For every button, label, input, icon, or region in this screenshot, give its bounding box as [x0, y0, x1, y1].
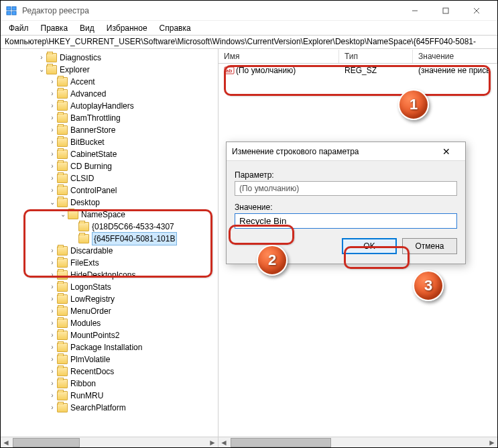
expand-icon[interactable]: › — [48, 257, 57, 269]
expand-icon[interactable]: › — [48, 124, 57, 136]
tree-item[interactable]: › LogonStats — [48, 281, 218, 293]
tree-pane[interactable]: › Diagnostics ⌄ Explorer › Accent › Adva… — [1, 49, 219, 447]
expand-icon[interactable]: › — [48, 390, 57, 402]
folder-icon — [57, 331, 68, 340]
dialog-titlebar[interactable]: Изменение строкового параметра ✕ — [227, 142, 465, 161]
tree-item[interactable]: › MountPoints2 — [48, 329, 218, 341]
scroll-right-icon[interactable]: ► — [207, 437, 218, 448]
expand-icon[interactable]: › — [48, 378, 57, 390]
scroll-left-icon[interactable]: ◄ — [219, 437, 229, 448]
expand-icon[interactable]: › — [48, 172, 57, 184]
scroll-right-icon[interactable]: ► — [487, 437, 497, 448]
expand-icon[interactable]: › — [48, 317, 57, 329]
expand-icon[interactable]: › — [48, 184, 57, 197]
menu-view[interactable]: Вид — [74, 22, 100, 34]
expand-icon[interactable]: › — [48, 329, 57, 341]
expand-icon[interactable]: › — [48, 160, 57, 172]
folder-icon — [46, 53, 57, 62]
tree-item[interactable]: › CD Burning — [48, 160, 218, 172]
tree-item-selected[interactable]: {645FF040-5081-101B — [69, 233, 218, 245]
expand-icon[interactable]: › — [48, 76, 57, 88]
value-input[interactable] — [235, 213, 457, 229]
tree-item[interactable]: › Modules — [48, 317, 218, 329]
expand-icon[interactable]: › — [48, 293, 57, 305]
svg-rect-1 — [12, 7, 16, 10]
tree-item-namespace[interactable]: ⌄ NameSpace — [58, 209, 218, 221]
expand-icon[interactable]: ⌄ — [37, 64, 46, 76]
tree-label: MenuOrder — [70, 305, 111, 317]
col-value[interactable]: Значение — [413, 50, 497, 63]
tree-item[interactable]: › BamThrottling — [48, 112, 218, 124]
tree-item[interactable]: › CLSID — [48, 172, 218, 184]
expand-icon[interactable]: › — [48, 402, 57, 414]
expand-icon[interactable]: › — [48, 269, 57, 281]
tree-item[interactable]: › Ribbon — [48, 378, 218, 390]
path-bar[interactable]: Компьютер\HKEY_CURRENT_USER\Software\Mic… — [1, 36, 497, 49]
expand-icon[interactable]: › — [48, 88, 57, 100]
col-type[interactable]: Тип — [339, 50, 413, 63]
col-name[interactable]: Имя — [219, 50, 339, 63]
expand-icon[interactable]: › — [48, 148, 57, 160]
list-scrollbar-h[interactable]: ◄ ► — [219, 437, 497, 447]
scroll-thumb[interactable] — [13, 438, 80, 447]
expand-icon[interactable]: › — [37, 52, 46, 64]
menu-file[interactable]: Файл — [3, 22, 34, 34]
tree-item[interactable]: › HideDesktopIcons — [48, 269, 218, 281]
maximize-button[interactable] — [430, 1, 461, 21]
regedit-icon — [6, 5, 17, 16]
expand-icon[interactable]: ⌄ — [48, 197, 57, 209]
tree-item[interactable]: › Advanced — [48, 88, 218, 100]
tree-item[interactable]: › MenuOrder — [48, 305, 218, 317]
tree-item[interactable]: › AutoplayHandlers — [48, 100, 218, 112]
ok-button[interactable]: OK — [342, 238, 397, 254]
tree-label: Discardable — [70, 245, 113, 257]
close-button[interactable] — [461, 1, 492, 21]
cancel-button[interactable]: Отмена — [402, 238, 457, 254]
tree-item[interactable]: › BannerStore — [48, 124, 218, 136]
tree-label: AutoplayHandlers — [70, 100, 134, 112]
folder-icon — [57, 403, 68, 412]
scroll-left-icon[interactable]: ◄ — [1, 437, 11, 448]
dialog-close-button[interactable]: ✕ — [433, 146, 460, 157]
folder-icon — [57, 174, 68, 183]
list-row[interactable]: ab (По умолчанию) REG_SZ (значение не пр… — [219, 64, 497, 77]
window-title: Редактор реестра — [22, 6, 89, 15]
tree-item[interactable]: › FileExts — [48, 257, 218, 269]
tree-item[interactable]: › Diagnostics — [37, 52, 218, 64]
tree-item[interactable]: › CabinetState — [48, 148, 218, 160]
tree-item-desktop[interactable]: ⌄ Desktop — [48, 197, 218, 209]
expand-icon[interactable]: › — [48, 281, 57, 293]
expand-icon[interactable]: › — [48, 366, 57, 378]
scroll-thumb[interactable] — [231, 438, 331, 447]
expand-icon[interactable]: ⌄ — [58, 209, 68, 221]
param-field: (По умолчанию) — [235, 181, 457, 196]
expand-icon[interactable]: › — [48, 136, 57, 148]
value-label: Значение: — [235, 203, 457, 212]
tree-item[interactable]: › SearchPlatform — [48, 402, 218, 414]
expand-icon[interactable]: › — [48, 341, 57, 353]
expand-icon[interactable]: › — [48, 353, 57, 366]
tree-item[interactable]: › Discardable — [48, 245, 218, 257]
tree-label: BitBucket — [70, 136, 105, 148]
tree-item[interactable]: › Accent — [48, 76, 218, 88]
minimize-button[interactable] — [399, 1, 430, 21]
list-header[interactable]: Имя Тип Значение — [219, 49, 497, 64]
tree-item[interactable]: › PlmVolatile — [48, 353, 218, 366]
tree-item[interactable]: › LowRegistry — [48, 293, 218, 305]
expand-icon[interactable]: › — [48, 305, 57, 317]
menu-edit[interactable]: Правка — [36, 22, 74, 34]
tree-scrollbar-h[interactable]: ◄ ► — [1, 437, 218, 447]
tree-item[interactable]: › RunMRU — [48, 390, 218, 402]
menu-help[interactable]: Справка — [154, 22, 196, 34]
tree-item[interactable]: › ControlPanel — [48, 184, 218, 197]
tree-label: Desktop — [70, 197, 100, 209]
tree-item[interactable]: {018D5C66-4533-4307 — [69, 221, 218, 233]
tree-item[interactable]: › RecentDocs — [48, 366, 218, 378]
tree-item-explorer[interactable]: ⌄ Explorer — [37, 64, 218, 76]
expand-icon[interactable]: › — [48, 100, 57, 112]
menu-favorites[interactable]: Избранное — [101, 22, 153, 34]
tree-item[interactable]: › BitBucket — [48, 136, 218, 148]
expand-icon[interactable]: › — [48, 245, 57, 257]
tree-item[interactable]: › Package Installation — [48, 341, 218, 353]
expand-icon[interactable]: › — [48, 112, 57, 124]
